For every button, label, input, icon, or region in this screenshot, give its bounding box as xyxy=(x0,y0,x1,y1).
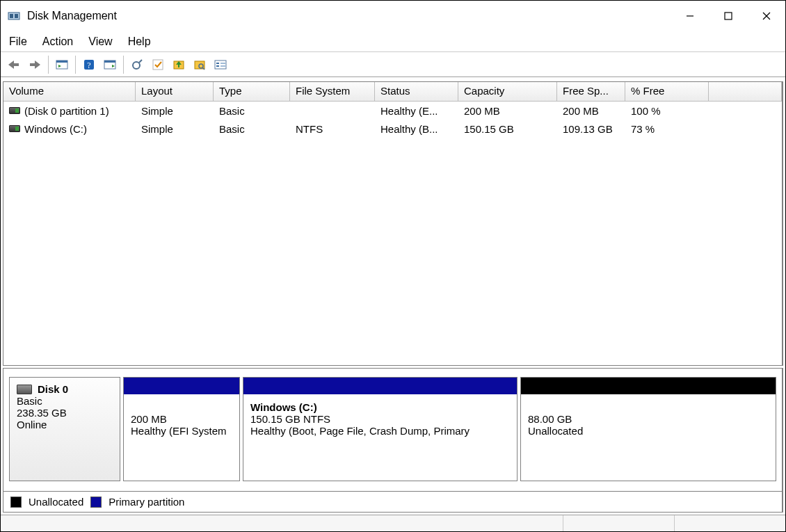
partition-block[interactable]: 88.00 GB Unallocated xyxy=(520,377,776,481)
properties-button[interactable] xyxy=(101,56,119,74)
volume-list-header: Volume Layout Type File System Status Ca… xyxy=(3,82,782,102)
window-controls xyxy=(671,1,785,31)
partition-color-band xyxy=(521,378,776,394)
svg-rect-8 xyxy=(14,63,19,66)
partition-block[interactable]: Windows (C:) 150.15 GB NTFS Healthy (Boo… xyxy=(243,377,518,481)
cell-free: 109.13 GB xyxy=(557,122,625,136)
help-button[interactable]: ? xyxy=(80,56,98,74)
show-hide-console-tree-button[interactable] xyxy=(53,56,71,74)
volume-icon xyxy=(9,125,20,132)
partition-line1: 88.00 GB xyxy=(528,413,769,425)
volume-icon xyxy=(9,107,20,114)
svg-rect-12 xyxy=(56,61,67,63)
refresh-button[interactable] xyxy=(128,56,146,74)
partition-color-band xyxy=(124,378,239,394)
table-row[interactable]: (Disk 0 partition 1) Simple Basic Health… xyxy=(3,102,782,120)
volume-list[interactable]: Volume Layout Type File System Status Ca… xyxy=(3,81,783,366)
svg-rect-28 xyxy=(215,61,226,69)
menu-action[interactable]: Action xyxy=(42,35,73,48)
svg-rect-10 xyxy=(30,63,35,66)
cell-filesystem xyxy=(290,109,375,112)
menu-view[interactable]: View xyxy=(88,35,112,48)
column-free[interactable]: Free Sp... xyxy=(557,82,625,101)
volume-list-rows: (Disk 0 partition 1) Simple Basic Health… xyxy=(3,102,782,365)
svg-rect-17 xyxy=(104,61,115,63)
table-row[interactable]: Windows (C:) Simple Basic NTFS Healthy (… xyxy=(3,120,782,138)
svg-marker-9 xyxy=(35,61,40,69)
toolbar: ? xyxy=(1,52,785,77)
svg-marker-7 xyxy=(8,61,14,69)
partition-line1: 200 MB xyxy=(131,413,232,425)
svg-rect-1 xyxy=(10,14,13,18)
svg-rect-21 xyxy=(153,60,163,70)
partition-block[interactable]: 200 MB Healthy (EFI System xyxy=(123,377,240,481)
disk-type: Basic xyxy=(17,395,113,407)
toolbar-separator xyxy=(48,56,49,74)
cell-layout: Simple xyxy=(136,122,214,136)
cell-capacity: 150.15 GB xyxy=(458,122,557,136)
column-status[interactable]: Status xyxy=(375,82,458,101)
disk-state: Online xyxy=(17,419,113,430)
explore-button[interactable] xyxy=(191,56,209,74)
forward-button[interactable] xyxy=(26,56,44,74)
up-button[interactable] xyxy=(170,56,188,74)
cell-status: Healthy (B... xyxy=(375,122,458,136)
svg-rect-29 xyxy=(216,63,219,64)
apply-button[interactable] xyxy=(149,56,167,74)
window-title: Disk Management xyxy=(27,10,671,22)
settings-button[interactable] xyxy=(211,56,230,74)
disk-info-box[interactable]: Disk 0 Basic 238.35 GB Online xyxy=(9,377,120,481)
svg-rect-31 xyxy=(220,63,225,64)
column-filesystem[interactable]: File System xyxy=(290,82,375,101)
disk-partitions: 200 MB Healthy (EFI System Windows (C:) … xyxy=(123,377,776,481)
toolbar-separator xyxy=(75,56,76,74)
minimize-button[interactable] xyxy=(671,1,709,31)
back-button[interactable] xyxy=(5,56,23,74)
cell-filesystem: NTFS xyxy=(290,122,375,136)
cell-type: Basic xyxy=(214,104,290,118)
titlebar: Disk Management xyxy=(1,1,785,31)
cell-pct: 73 % xyxy=(625,122,709,136)
menubar: File Action View Help xyxy=(1,31,785,52)
maximize-button[interactable] xyxy=(709,1,747,31)
partition-color-band xyxy=(243,378,517,394)
column-capacity[interactable]: Capacity xyxy=(458,82,557,101)
close-button[interactable] xyxy=(747,1,785,31)
menu-help[interactable]: Help xyxy=(128,35,151,48)
cell-volume: Windows (C:) xyxy=(24,123,87,135)
svg-line-20 xyxy=(139,60,142,63)
partition-line2: Healthy (EFI System xyxy=(131,425,232,437)
svg-rect-24 xyxy=(178,65,179,67)
column-volume[interactable]: Volume xyxy=(3,82,136,101)
statusbar-filler xyxy=(1,515,563,531)
column-pct[interactable]: % Free xyxy=(625,82,709,101)
svg-rect-4 xyxy=(725,13,732,19)
column-layout[interactable]: Layout xyxy=(136,82,214,101)
svg-rect-30 xyxy=(216,65,219,67)
legend-swatch-primary xyxy=(90,497,102,508)
cell-layout: Simple xyxy=(136,104,214,118)
disk-icon xyxy=(17,385,32,394)
legend: Unallocated Primary partition xyxy=(3,491,782,512)
svg-text:?: ? xyxy=(87,61,90,70)
column-type[interactable]: Type xyxy=(214,82,290,101)
partition-line2: Unallocated xyxy=(528,425,769,437)
svg-rect-2 xyxy=(15,14,18,18)
disk-graphic-pane: Disk 0 Basic 238.35 GB Online 200 MB Hea… xyxy=(3,368,783,513)
column-spacer xyxy=(709,82,782,101)
legend-label-unallocated: Unallocated xyxy=(29,496,83,508)
legend-swatch-unallocated xyxy=(10,497,22,508)
svg-point-19 xyxy=(133,62,140,69)
partition-title: Windows (C:) xyxy=(250,401,510,413)
disk-name: Disk 0 xyxy=(38,383,68,395)
statusbar xyxy=(1,515,785,531)
statusbar-cell xyxy=(563,515,674,531)
cell-status: Healthy (E... xyxy=(375,104,458,118)
app-icon xyxy=(8,10,20,22)
cell-type: Basic xyxy=(214,122,290,136)
cell-free: 200 MB xyxy=(557,104,625,118)
disk-capacity: 238.35 GB xyxy=(17,407,113,419)
menu-file[interactable]: File xyxy=(9,35,27,48)
cell-capacity: 200 MB xyxy=(458,104,557,118)
disk-row: Disk 0 Basic 238.35 GB Online 200 MB Hea… xyxy=(3,369,782,484)
